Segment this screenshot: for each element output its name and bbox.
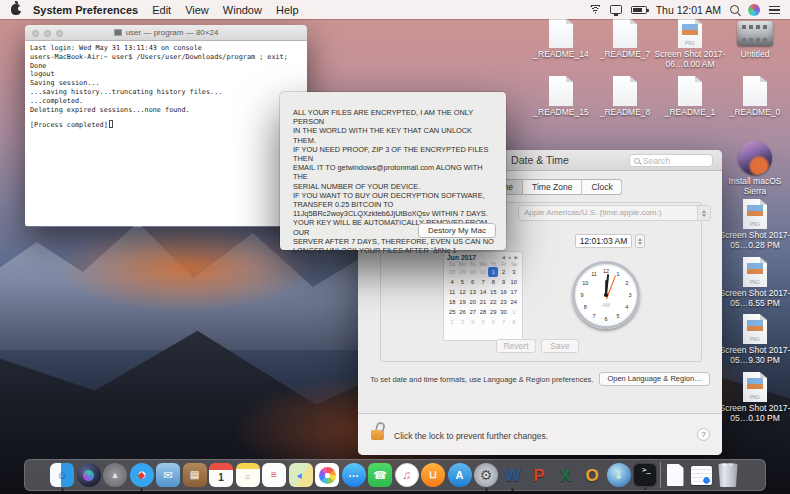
calendar-day[interactable]: 13 [468,287,478,297]
calendar-day[interactable]: 1 [509,307,519,317]
calendar-day[interactable]: 30 [498,307,508,317]
calendar-day[interactable]: 23 [498,297,508,307]
desktop-icon[interactable]: _README_14 [529,18,593,60]
launchpad-icon[interactable]: ▲ [103,463,127,487]
tab[interactable]: Clock [582,179,622,195]
calendar-day[interactable]: 4 [447,277,457,287]
open-language-region-button[interactable]: Open Language & Region… [599,372,709,386]
mail-icon[interactable]: ✉ [156,463,180,487]
calendar-day[interactable]: 10 [509,277,519,287]
calendar-day[interactable]: 5 [478,317,488,327]
siri-icon[interactable] [77,463,101,487]
calendar-day[interactable]: 6 [488,317,498,327]
calendar-day[interactable]: 8 [488,277,498,287]
desktop-icon[interactable]: PNG Screen Shot 2017-05…6.55 PM [723,257,787,308]
calendar-day[interactable]: 17 [509,287,519,297]
menu-bar-clock[interactable]: Thu 12:01 AM [656,4,721,16]
calendar-day[interactable]: 2 [498,267,508,277]
desktop-icon[interactable]: _README_8 [593,76,657,118]
calendar-day[interactable]: 26 [457,307,467,317]
notification-center-icon[interactable] [769,6,780,14]
maps-icon[interactable]: ▲ [289,463,313,487]
ibooks-icon[interactable]: ⊔ [421,463,445,487]
outlook-icon[interactable]: O [580,463,604,487]
messages-icon[interactable]: … [342,463,366,487]
system-preferences-icon[interactable]: ⚙ [474,463,498,487]
terminal-titlebar[interactable]: user — program — 80×24 [25,25,307,41]
calendar-day[interactable]: 22 [488,297,498,307]
calendar-day[interactable]: 24 [509,297,519,307]
time-stepper[interactable] [635,234,645,248]
calendar-day[interactable]: 8 [509,317,519,327]
powerpoint-icon[interactable]: P [527,463,551,487]
terminal-output[interactable]: Last login: Wed May 31 13:11:43 on conso… [25,41,307,226]
calendar-day[interactable]: 16 [498,287,508,297]
calendar-day[interactable]: 25 [447,307,457,317]
desktop-icon[interactable]: PNG Screen Shot 2017-05…9.30 PM [723,314,787,365]
menu-item[interactable]: Edit [152,4,171,16]
wifi-icon[interactable] [590,5,601,14]
calendar-day[interactable]: 12 [457,287,467,297]
calendar-day[interactable]: 21 [478,297,488,307]
notes-icon[interactable]: ≡ [236,463,260,487]
calendar-day[interactable]: 29 [488,307,498,317]
calendar-day[interactable]: 3 [509,267,519,277]
desktop-icon[interactable]: PNG Screen Shot 2017-05…0.28 PM [723,199,787,250]
finder-icon[interactable]: ☺ [50,463,74,487]
calendar-day[interactable]: 7 [478,277,488,287]
calendar-nav-arrows[interactable]: ◀ ● ▶ [502,255,519,260]
revert-button[interactable]: Revert [496,339,536,353]
apple-menu-icon[interactable] [11,4,21,15]
calendar-day[interactable]: 20 [468,297,478,307]
documents-stack-icon[interactable] [663,463,687,487]
calendar-day[interactable]: 15 [488,287,498,297]
calendar-day[interactable]: 2 [447,317,457,327]
calendar-day[interactable]: 1 [488,267,498,277]
desktop-icon[interactable]: _README_0 [723,76,787,118]
desktop-icon[interactable]: Untitled [723,18,787,60]
calendar-day[interactable]: 14 [478,287,488,297]
save-button[interactable]: Save [541,339,579,353]
calendar-day[interactable]: 30 [468,267,478,277]
calendar-icon[interactable]: 1 [209,463,233,487]
unlocked-padlock-icon[interactable] [371,430,384,440]
calendar-day[interactable]: 4 [468,317,478,327]
trash-icon[interactable] [716,463,740,487]
reminders-icon[interactable]: ≡ [262,463,286,487]
calendar-day[interactable]: 28 [478,307,488,317]
help-button[interactable]: ? [697,428,710,441]
close-button[interactable] [32,30,39,37]
photos-icon[interactable] [315,463,339,487]
calendar-day[interactable]: 5 [457,277,467,287]
word-icon[interactable]: W [501,463,525,487]
menu-item[interactable]: Window [223,4,262,16]
desktop-icon[interactable]: PNG Screen Shot 2017-05…0.10 PM [723,372,787,423]
desktop-icon[interactable]: Install macOS Sierra [723,141,787,196]
display-icon[interactable] [610,5,622,14]
calendar-day[interactable]: 3 [457,317,467,327]
terminal-icon[interactable]: >_ [633,463,657,487]
calendar-day[interactable]: 27 [468,307,478,317]
appstore-icon[interactable]: A [448,463,472,487]
calendar-day[interactable]: 28 [447,267,457,277]
itunes-icon[interactable]: ♫ [395,463,419,487]
search-input[interactable]: Search [629,154,713,167]
zoom-button[interactable] [56,30,63,37]
calendar-day[interactable]: 19 [457,297,467,307]
calendar-day[interactable]: 31 [478,267,488,277]
downloader-icon[interactable]: ⇓ [607,463,631,487]
desktop-icon[interactable]: PNG Screen Shot 2017-06…0.00 AM [658,18,722,69]
calendar-day[interactable]: 18 [447,297,457,307]
contacts-icon[interactable]: ▤ [183,463,207,487]
tab[interactable]: Time Zone [523,179,582,195]
desktop-icon[interactable]: _README_1 [658,76,722,118]
desktop-icon[interactable]: _README_15 [529,76,593,118]
calendar-day[interactable]: 9 [498,277,508,287]
calendar-day[interactable]: 29 [457,267,467,277]
calendar-day[interactable]: 11 [447,287,457,297]
calendar-day[interactable]: 6 [468,277,478,287]
time-field[interactable]: 12:01:03 AM [575,234,632,248]
spotlight-icon[interactable] [730,5,739,14]
safari-icon[interactable]: ◆ [130,463,154,487]
downloads-stack-icon[interactable] [690,463,714,487]
